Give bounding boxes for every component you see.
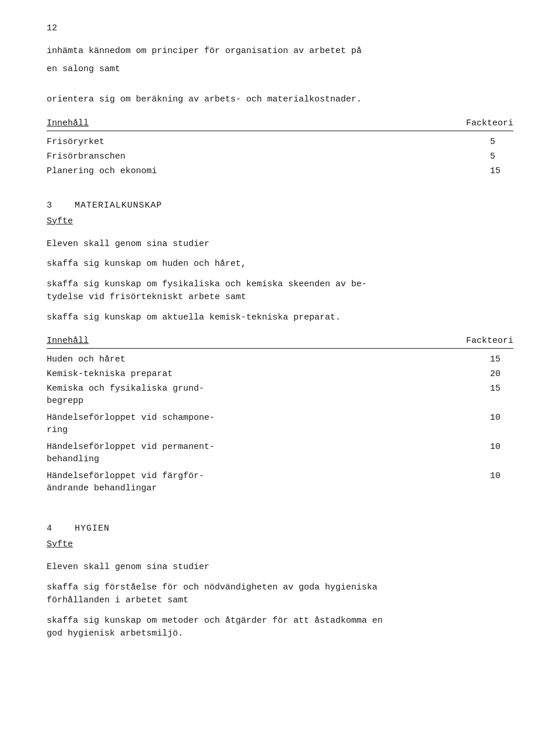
table-row: Frisörbranschen 5 xyxy=(47,150,513,163)
section4-syfte-label: Syfte xyxy=(47,539,73,549)
section4-intro: Eleven skall genom sina studier xyxy=(47,561,513,574)
row-value: 15 xyxy=(478,165,513,177)
page-number: 12 xyxy=(47,23,513,33)
section3-bullet-3: skaffa sig kunskap om aktuella kemisk-te… xyxy=(47,311,513,325)
section2-table: Innehåll Fackteori Frisöryrket 5 Frisörb… xyxy=(47,118,513,177)
section4-bullet-1: skaffa sig förståelse för och nödvändigh… xyxy=(47,581,513,608)
section3-syfte-label: Syfte xyxy=(47,216,73,226)
row-label: Planering och ekonomi xyxy=(47,165,478,177)
row-value: 20 xyxy=(478,368,513,380)
section3-bullet-1: skaffa sig kunskap om huden och håret, xyxy=(47,258,513,271)
row-label: Kemiska och fysikaliska grund-begrepp xyxy=(47,382,478,407)
table-row: Frisöryrket 5 xyxy=(47,136,513,148)
row-value: 5 xyxy=(478,150,513,163)
row-value: 10 xyxy=(478,441,513,465)
table-row: Huden och håret 15 xyxy=(47,353,513,366)
row-label: Frisörbranschen xyxy=(47,150,478,163)
section3-heading: 3 MATERIALKUNSKAP xyxy=(47,201,513,210)
row-label: Händelseförloppet vid färgför-ändrande b… xyxy=(47,470,478,494)
row-label: Händelseförloppet vid schampone-ring xyxy=(47,412,478,436)
intro-line-3: orientera sig om beräkning av arbets- oc… xyxy=(47,93,513,107)
section2-table-header: Innehåll Fackteori xyxy=(47,118,513,131)
intro-line-1: inhämta kännedom om principer för organi… xyxy=(47,45,513,58)
row-value: 15 xyxy=(478,353,513,366)
section4-heading: 4 HYGIEN xyxy=(47,524,513,534)
section3-fackteori-header: Fackteori xyxy=(454,336,513,346)
row-label: Händelseförloppet vid permanent-behandli… xyxy=(47,441,478,465)
page: 12 inhämta kännedom om principer för org… xyxy=(0,0,560,744)
section3-table-header: Innehåll Fackteori xyxy=(47,336,513,349)
intro-line-2: en salong samt xyxy=(47,63,513,76)
table-row: Händelseförloppet vid schampone-ring 10 xyxy=(47,412,513,436)
table-row: Händelseförloppet vid permanent-behandli… xyxy=(47,441,513,465)
row-value: 15 xyxy=(478,382,513,407)
section4-bullet-2: skaffa sig kunskap om metoder och åtgärd… xyxy=(47,615,513,641)
row-label: Frisöryrket xyxy=(47,136,478,148)
row-value: 5 xyxy=(478,136,513,148)
row-label: Huden och håret xyxy=(47,353,478,366)
section3-number: 3 xyxy=(47,201,52,210)
table-row: Kemiska och fysikaliska grund-begrepp 15 xyxy=(47,382,513,407)
section3-intro: Eleven skall genom sina studier xyxy=(47,238,513,251)
section3-bullet-2: skaffa sig kunskap om fysikaliska och ke… xyxy=(47,278,513,304)
section3-table: Innehåll Fackteori Huden och håret 15 Ke… xyxy=(47,336,513,494)
section4-number: 4 xyxy=(47,524,52,534)
row-value: 10 xyxy=(478,412,513,436)
table-row: Kemisk-tekniska preparat 20 xyxy=(47,368,513,380)
row-label: Kemisk-tekniska preparat xyxy=(47,368,478,380)
table-row: Händelseförloppet vid färgför-ändrande b… xyxy=(47,470,513,494)
section4-title: HYGIEN xyxy=(75,524,110,534)
section2-innehall-header: Innehåll xyxy=(47,118,454,128)
section2-fackteori-header: Fackteori xyxy=(454,118,513,128)
section3-innehall-header: Innehåll xyxy=(47,336,454,346)
section3-title: MATERIALKUNSKAP xyxy=(75,201,162,210)
row-value: 10 xyxy=(478,470,513,494)
table-row: Planering och ekonomi 15 xyxy=(47,165,513,177)
